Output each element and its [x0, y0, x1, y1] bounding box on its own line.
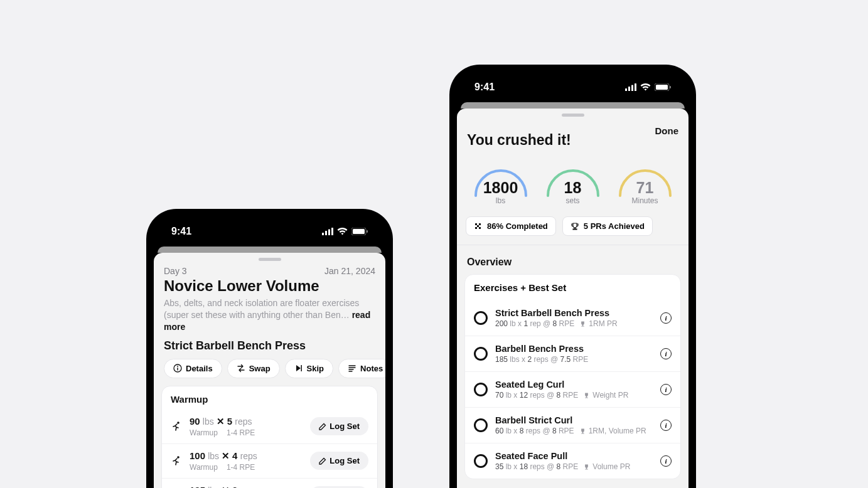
exercise-row: Barbell Strict Curl 60 lb x 8 reps @ 8 R…	[465, 407, 680, 443]
trophy-icon	[583, 464, 590, 470]
exercise-info: Strict Barbell Bench Press 200 lb x 1 re…	[495, 308, 653, 328]
pencil-icon	[319, 457, 326, 465]
svg-rect-14	[625, 88, 627, 91]
notes-icon	[348, 364, 356, 373]
trophy-icon	[579, 428, 586, 435]
sheet-underlay	[461, 102, 685, 109]
exercise-info: Barbell Bench Press 185 lbs x 2 reps @ 7…	[495, 344, 653, 364]
log-set-button[interactable]: Log Set	[310, 452, 368, 470]
svg-point-8	[177, 366, 178, 367]
skip-button[interactable]: Skip	[285, 359, 333, 378]
warmup-card: Warmup 90 lbs✕5 reps Warmup1-4 RPE Log S…	[161, 386, 378, 488]
phone-screen: 9:41 Done You crushed it! 1800 lbs 18 se…	[457, 72, 689, 488]
sheet-grabber[interactable]	[259, 258, 281, 261]
svg-rect-19	[656, 85, 668, 90]
summary-sheet: Done You crushed it! 1800 lbs 18 sets 71…	[457, 109, 689, 488]
workout-desc: Abs, delts, and neck isolation are float…	[164, 297, 375, 333]
phone-right: 9:41 Done You crushed it! 1800 lbs 18 se…	[449, 65, 696, 488]
flag-icon	[474, 222, 483, 231]
signal-icon	[322, 228, 333, 235]
info-button[interactable]: i	[660, 348, 672, 359]
pr-badge: 1RM PR	[579, 319, 617, 328]
svg-rect-1	[325, 231, 327, 235]
workout-sheet: Day 3 Jan 21, 2024 Novice Lower Volume A…	[154, 253, 385, 488]
notes-button[interactable]: Notes	[338, 359, 385, 378]
info-button[interactable]: i	[660, 420, 672, 431]
completion-ring	[474, 454, 488, 468]
workout-title: Novice Lower Volume	[164, 277, 375, 295]
pencil-icon	[319, 423, 326, 430]
set-row: 135 lbs✕3 reps Warmup1-4 RPE Log Set	[162, 478, 377, 488]
wifi-icon	[337, 228, 348, 235]
trophy-icon	[579, 321, 586, 327]
done-button[interactable]: Done	[655, 125, 679, 136]
log-set-button[interactable]: Log Set	[310, 417, 368, 435]
completed-badge: 86% Completed	[466, 216, 556, 236]
exercise-name: Strict Barbell Bench Press	[495, 308, 653, 318]
exercise-name: Barbell Strict Curl	[495, 415, 653, 425]
sheet-grabber[interactable]	[562, 114, 584, 117]
exercise-row: Barbell Bench Press 185 lbs x 2 reps @ 7…	[465, 336, 680, 371]
exercise-row: Strict Barbell Bench Press 200 lb x 1 re…	[465, 300, 680, 336]
exercises-header: Exercises + Best Set	[465, 275, 680, 300]
info-button[interactable]: i	[660, 384, 672, 395]
exercise-actions: Details Swap Skip Notes	[154, 359, 385, 386]
exercise-info: Seated Face Pull 35 lb x 18 reps @ 8 RPE…	[495, 451, 653, 471]
svg-rect-17	[635, 83, 636, 91]
svg-rect-15	[628, 87, 630, 91]
svg-rect-6	[367, 230, 368, 233]
completion-ring	[474, 383, 488, 396]
info-button[interactable]: i	[660, 455, 672, 467]
svg-rect-9	[177, 368, 178, 371]
battery-icon	[655, 83, 671, 91]
exercise-info: Seated Leg Curl 70 lb x 12 reps @ 8 RPE …	[495, 379, 653, 400]
completion-ring	[474, 418, 488, 432]
gauge-label: Minutes	[612, 196, 678, 205]
set-info: 100 lbs✕4 reps Warmup1-4 RPE	[190, 450, 303, 472]
gauge-lbs: 1800 lbs	[468, 161, 533, 199]
svg-point-12	[177, 456, 179, 459]
swap-icon	[237, 364, 245, 373]
svg-rect-10	[301, 365, 302, 371]
gauge-value: 71	[612, 179, 678, 197]
status-time: 9:41	[171, 226, 191, 237]
svg-rect-16	[631, 85, 633, 92]
svg-rect-5	[353, 229, 365, 234]
running-icon	[171, 455, 182, 467]
gauge-label: sets	[540, 196, 606, 205]
exercise-title: Strict Barbell Bench Press	[154, 339, 385, 359]
exercise-info: Barbell Strict Curl 60 lb x 8 reps @ 8 R…	[495, 415, 653, 435]
set-info: 135 lbs✕3 reps Warmup1-4 RPE	[190, 485, 303, 488]
svg-rect-2	[328, 230, 330, 236]
exercises-card: Exercises + Best Set Strict Barbell Benc…	[464, 274, 681, 479]
exercise-name: Seated Face Pull	[495, 451, 653, 461]
gauge-value: 1800	[468, 179, 533, 197]
gauges-row: 1800 lbs 18 sets 71 Minutes	[457, 149, 689, 205]
svg-rect-20	[670, 86, 671, 88]
status-bar: 9:41	[457, 72, 689, 102]
status-icons	[322, 228, 368, 235]
exercise-name: Seated Leg Curl	[495, 379, 653, 390]
phone-left: 9:41 Day 3 Jan 21, 2024 Novice Lower Vol…	[146, 209, 393, 488]
gauge-value: 18	[540, 179, 606, 197]
day-label: Day 3	[164, 266, 187, 276]
exercise-row: Seated Leg Curl 70 lb x 12 reps @ 8 RPE …	[465, 371, 680, 407]
info-button[interactable]: i	[660, 312, 672, 324]
status-icons	[625, 83, 671, 91]
info-icon	[173, 364, 182, 373]
details-button[interactable]: Details	[164, 359, 222, 378]
completion-ring	[474, 347, 488, 361]
sheet-underlay	[158, 247, 382, 253]
svg-point-11	[177, 422, 179, 424]
exercise-row: Seated Face Pull 35 lb x 18 reps @ 8 RPE…	[465, 443, 680, 479]
warmup-header: Warmup	[162, 386, 377, 410]
svg-rect-22	[477, 225, 479, 227]
skip-icon	[294, 364, 303, 373]
gauge-sets: 18 sets	[540, 161, 606, 199]
set-row: 100 lbs✕4 reps Warmup1-4 RPE Log Set	[162, 443, 377, 478]
signal-icon	[625, 83, 636, 91]
svg-rect-25	[479, 227, 481, 229]
summary-title: You crushed it!	[467, 132, 678, 149]
badges-row: 86% Completed 5 PRs Achieved	[457, 205, 689, 245]
swap-button[interactable]: Swap	[227, 359, 280, 378]
